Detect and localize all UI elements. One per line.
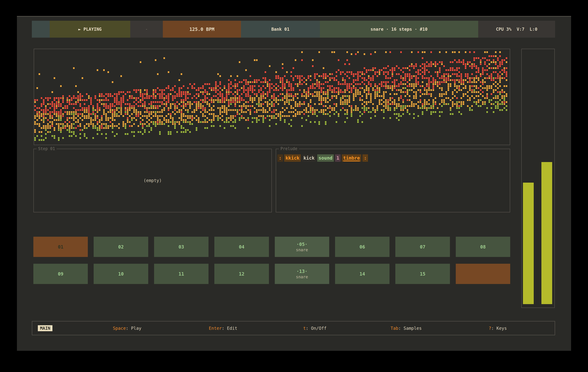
step-empty-label: (empty) — [34, 149, 271, 212]
step-cell-sample-name: snare — [296, 248, 308, 252]
step-cell-07[interactable]: 07 — [395, 237, 450, 257]
key-hint-key: t — [303, 326, 306, 331]
topbar-spacer — [32, 21, 50, 38]
key-hint-edit: Enter: Edit — [209, 326, 237, 331]
track-info-label: snare · 16 steps · #10 — [371, 27, 428, 32]
prelude-token-3[interactable]: sound — [317, 154, 334, 162]
step-cell-label: 09 — [58, 271, 63, 277]
prelude-code-line[interactable]: :kkickkicksound1timbre: — [277, 154, 368, 162]
prelude-panel: Prelude :kkickkicksound1timbre: — [276, 149, 510, 212]
track-info[interactable]: snare · 16 steps · #10 — [320, 21, 478, 38]
step-cell-label: 11 — [178, 271, 184, 277]
top-bar: ► PLAYING - 125.0 BPM Bank 01 snare · 16… — [32, 21, 555, 38]
step-cell-label: ·05· — [296, 241, 307, 247]
step-cell-label: 02 — [118, 244, 124, 250]
footer-bar: MAIN Space: PlayEnter: Editt: On/OffTab:… — [32, 321, 555, 335]
step-cell-05[interactable]: ·05·snare — [275, 237, 329, 257]
transport-status[interactable]: ► PLAYING — [50, 21, 130, 38]
key-hint-label: : Keys — [491, 326, 507, 331]
bpm-display[interactable]: 125.0 BPM — [163, 21, 241, 38]
key-hint-samples: Tab: Samples — [390, 326, 422, 331]
key-hint-key: Space — [113, 326, 126, 331]
step-cell-06[interactable]: 06 — [335, 237, 389, 257]
prelude-title: Prelude — [279, 146, 299, 151]
transport-label: ► PLAYING — [78, 27, 102, 32]
step-cell-label: 15 — [420, 271, 425, 277]
step-cell-label: 14 — [359, 271, 365, 277]
step-cell-03[interactable]: 03 — [154, 237, 209, 257]
step-cell-label: 01 — [58, 244, 63, 250]
prelude-token-1[interactable]: kkick — [284, 154, 301, 162]
step-cell-11[interactable]: 11 — [154, 264, 209, 284]
key-hint-label: : Samples — [399, 326, 422, 331]
level-meter-bar-0 — [523, 183, 534, 304]
step-cell-label: 04 — [239, 244, 244, 250]
key-hint-play: Space: Play — [113, 326, 141, 331]
step-cell-12[interactable]: 12 — [214, 264, 269, 284]
key-hint-key: ? — [489, 326, 491, 331]
step-cell-label: 03 — [178, 244, 184, 250]
prelude-token-0[interactable]: : — [277, 154, 283, 162]
step-detail-panel: Step 01 (empty) — [33, 149, 272, 212]
key-hint-label: : Edit — [222, 326, 237, 331]
step-cell-10[interactable]: 10 — [94, 264, 148, 284]
step-cell-label: ·13· — [296, 269, 307, 274]
key-hint-key: Enter — [209, 326, 222, 331]
prelude-token-4[interactable]: 1 — [335, 154, 341, 162]
system-stats: CPU 3% V:7 L:0 — [478, 21, 555, 38]
sample-visualizer — [34, 49, 510, 145]
step-cell-16[interactable] — [456, 264, 510, 284]
step-cell-13[interactable]: ·13·snare — [275, 264, 329, 284]
step-cell-label: 08 — [480, 244, 486, 250]
page: { "topbar": { "transport": "► PLAYING", … — [0, 0, 588, 372]
step-cell-04[interactable]: 04 — [214, 237, 269, 257]
app-window: ► PLAYING - 125.0 BPM Bank 01 snare · 16… — [17, 16, 571, 351]
bank-display[interactable]: Bank 01 — [241, 21, 320, 38]
step-cell-sample-name: snare — [296, 275, 308, 279]
key-hint-key: Tab — [390, 326, 399, 331]
step-cell-01[interactable]: 01 — [33, 237, 88, 257]
prelude-token-5[interactable]: timbre — [342, 154, 361, 162]
key-hint-label: : On/Off — [306, 326, 326, 331]
bank-label: Bank 01 — [271, 27, 289, 32]
step-cell-label: 07 — [420, 244, 425, 250]
key-hint-onoff: t: On/Off — [303, 326, 326, 331]
prelude-token-6[interactable]: : — [362, 154, 368, 162]
step-grid: 01020304·05·snare06070809101112·13·snare… — [33, 237, 510, 284]
step-cell-09[interactable]: 09 — [33, 264, 88, 284]
level-meter-bar-1 — [541, 162, 552, 304]
step-cell-label: 12 — [239, 271, 244, 277]
sample-visualizer-panel — [34, 49, 510, 145]
topbar-dash: - — [130, 21, 163, 38]
step-cell-label: 06 — [359, 244, 365, 250]
step-cell-08[interactable]: 08 — [456, 237, 510, 257]
step-cell-14[interactable]: 14 — [335, 264, 389, 284]
key-hint-label: : Play — [126, 326, 141, 331]
bpm-label: 125.0 BPM — [189, 27, 214, 32]
mode-badge: MAIN — [38, 325, 52, 331]
step-cell-15[interactable]: 15 — [395, 264, 450, 284]
level-meter-panel — [521, 49, 555, 308]
prelude-token-2[interactable]: kick — [302, 154, 316, 162]
key-hint-keys: ?: Keys — [489, 326, 507, 331]
step-cell-label: 10 — [118, 271, 124, 277]
step-cell-02[interactable]: 02 — [94, 237, 148, 257]
